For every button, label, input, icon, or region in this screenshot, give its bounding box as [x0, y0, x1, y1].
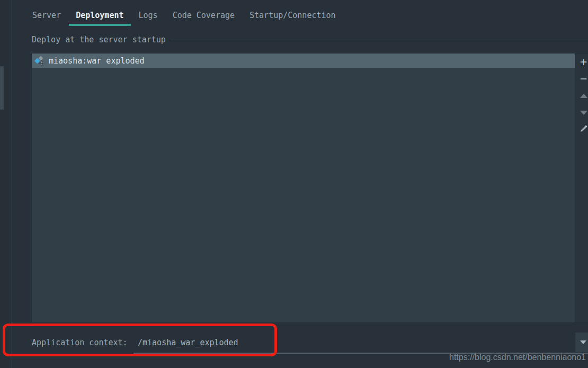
tab-deployment[interactable]: Deployment	[76, 4, 123, 26]
dropdown-arrow-icon	[580, 340, 586, 344]
application-context-label: Application context:	[32, 338, 128, 347]
minus-icon: −	[580, 74, 587, 84]
move-up-button[interactable]	[576, 88, 588, 103]
tab-startup-connection[interactable]: Startup/Connection	[250, 4, 336, 26]
application-context-dropdown-button[interactable]	[575, 333, 588, 352]
group-title-deploy-at-startup: Deploy at the server startup	[32, 35, 166, 44]
add-artifact-button[interactable]: +	[576, 55, 588, 69]
arrow-up-icon	[580, 94, 587, 98]
web-artifact-exploded-icon	[34, 56, 45, 66]
tab-server[interactable]: Server	[32, 4, 61, 26]
deployment-settings-panel: Server Deployment Logs Code Coverage Sta…	[12, 0, 588, 368]
left-scrollbar-thumb[interactable]	[0, 66, 4, 110]
deployed-artifacts-list-box: miaosha:war exploded + −	[31, 53, 588, 323]
edit-artifact-button[interactable]	[576, 122, 588, 137]
watermark-url: https://blog.csdn.net/benbenniaono1	[449, 353, 586, 362]
move-down-button[interactable]	[576, 105, 588, 120]
tab-code-coverage[interactable]: Code Coverage	[173, 4, 235, 26]
artifact-list[interactable]: miaosha:war exploded	[32, 53, 575, 322]
pencil-icon	[580, 124, 588, 135]
list-item-artifact[interactable]: miaosha:war exploded	[32, 53, 575, 68]
artifact-label: miaosha:war exploded	[49, 56, 145, 66]
artifact-list-toolbar: + −	[575, 53, 588, 322]
application-context-input[interactable]: /miaosha_war_exploded	[138, 338, 238, 347]
plus-icon: +	[580, 57, 587, 67]
config-tab-bar: Server Deployment Logs Code Coverage Sta…	[32, 4, 336, 26]
left-divider-strip	[0, 0, 12, 368]
remove-artifact-button[interactable]: −	[576, 71, 588, 86]
arrow-down-icon	[580, 111, 587, 115]
group-title-rule	[170, 40, 588, 40]
tab-logs[interactable]: Logs	[139, 4, 158, 26]
